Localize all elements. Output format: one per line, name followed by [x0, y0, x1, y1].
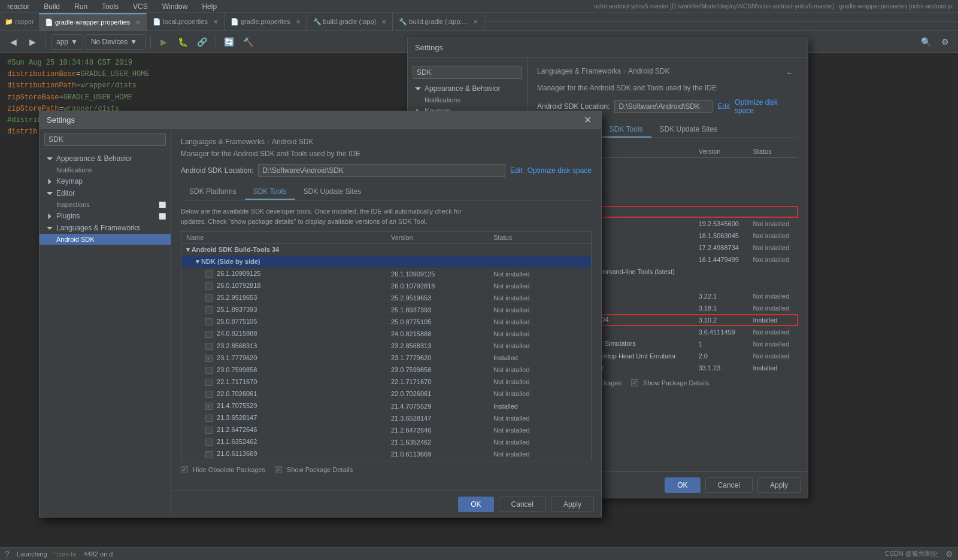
project-tab[interactable]: 📁 rapper [0, 18, 39, 26]
debug-btn[interactable]: 🐛 [175, 34, 192, 50]
table-row[interactable]: ▾ Android SDK Build-Tools 34 [181, 244, 591, 256]
settings-back-edit-link[interactable]: Edit [717, 102, 730, 111]
sidebar-front-plugins[interactable]: Plugins ⬜ [40, 210, 171, 222]
front-hide-obsolete-checkbox[interactable] [181, 466, 188, 473]
settings-front-apply-btn[interactable]: Apply [551, 497, 594, 512]
settings-front-ok-btn[interactable]: OK [458, 497, 493, 512]
row-checkbox[interactable] [205, 427, 213, 434]
front-tab-tools[interactable]: SDK Tools [245, 184, 295, 200]
menu-reactor[interactable]: reactor [5, 1, 32, 12]
back-tab-tools[interactable]: SDK Tools [601, 122, 651, 138]
menu-vcs[interactable]: VCS [131, 1, 150, 12]
settings-btn[interactable]: ⚙ [936, 34, 953, 50]
row-checkbox[interactable] [205, 331, 213, 338]
row-checkbox[interactable] [205, 318, 213, 325]
show-package-check[interactable]: Show Package Details [631, 379, 709, 386]
row-checkbox[interactable] [205, 343, 213, 350]
tab-build-gradle-master[interactable]: 🔧 build.gradle (:app:... ✕ [393, 13, 484, 31]
row-checkbox[interactable] [205, 439, 213, 446]
menu-tools[interactable]: Tools [99, 1, 121, 12]
table-row[interactable]: 23.2.856831323.2.8568313Not installed [181, 340, 591, 352]
tab-gradle-wrapper[interactable]: 📄 gradle-wrapper.properties ✕ [39, 13, 147, 31]
sidebar-front-appearance[interactable]: Appearance & Behavior [40, 153, 171, 165]
row-checkbox[interactable] [205, 367, 213, 374]
device-config-dropdown[interactable]: No Devices ▼ [86, 34, 145, 50]
row-checkbox[interactable] [205, 379, 213, 386]
table-row[interactable]: 24.0.821588824.0.8215888Not installed [181, 328, 591, 340]
front-tab-platforms[interactable]: SDK Platforms [181, 184, 245, 200]
tab-close-icon[interactable]: ✕ [473, 19, 478, 25]
search-btn[interactable]: 🔍 [917, 34, 934, 50]
table-row[interactable]: 26.1.1090912526.1.10909125Not installed [181, 268, 591, 280]
settings-front-edit-link[interactable]: Edit [510, 166, 523, 175]
settings-front-optimize-link[interactable]: Optimize disk space [527, 166, 592, 175]
row-checkbox[interactable] [205, 403, 213, 410]
table-row[interactable]: 21.3.652814721.3.6528147Not installed [181, 412, 591, 424]
table-row[interactable]: 26.0.1079281826.0.10792818Not installed [181, 280, 591, 292]
status-question-icon[interactable]: ? [5, 549, 10, 559]
settings-front-cancel-btn[interactable]: Cancel [499, 497, 546, 512]
table-row[interactable]: 21.1.635246221.1.6352462Not installed [181, 436, 591, 448]
tab-local-props[interactable]: 📄 local.properties ✕ [147, 13, 225, 31]
menu-window[interactable]: Window [160, 1, 190, 12]
table-row[interactable]: 21.4.707552921.4.7075529Installed [181, 400, 591, 412]
settings-back-optimize-link[interactable]: Optimize disk space [735, 98, 798, 115]
settings-back-apply-btn[interactable]: Apply [757, 477, 801, 493]
settings-back-search-input[interactable] [413, 66, 522, 79]
settings-gear-icon[interactable]: ⚙ [945, 549, 953, 559]
toolbar-back-btn[interactable]: ◀ [5, 34, 22, 50]
front-show-package-checkbox[interactable] [275, 466, 282, 473]
tab-close-icon[interactable]: ✕ [213, 19, 218, 25]
settings-front-sdk-location-input[interactable] [258, 164, 505, 177]
front-hide-obsolete-check[interactable]: Hide Obsolete Packages [181, 466, 265, 473]
menu-build[interactable]: Build [41, 1, 62, 12]
row-checkbox[interactable] [205, 451, 213, 458]
row-checkbox[interactable] [205, 355, 213, 362]
back-tab-sites[interactable]: SDK Update Sites [651, 122, 726, 138]
front-show-package-check[interactable]: Show Package Details [275, 466, 353, 473]
tab-build-gradle-app[interactable]: 🔧 build.gradle (:app) ✕ [307, 13, 393, 31]
menu-help[interactable]: Help [199, 1, 219, 12]
menu-run[interactable]: Run [72, 1, 90, 12]
tab-gradle-props[interactable]: 📄 gradle.properties ✕ [225, 13, 307, 31]
table-row[interactable]: 22.1.717167022.1.7171670Not installed [181, 376, 591, 388]
table-row[interactable]: 21.2.647264621.2.6472646Not installed [181, 424, 591, 436]
table-row[interactable]: 23.0.759985823.0.7599858Not installed [181, 364, 591, 376]
toolbar-forward-btn[interactable]: ▶ [24, 34, 41, 50]
row-checkbox[interactable] [205, 415, 213, 422]
sidebar-front-notifications[interactable]: Notifications [40, 165, 171, 175]
run-btn[interactable]: ▶ [156, 34, 172, 50]
table-row[interactable]: 25.0.877510525.0.8775105Not installed [181, 316, 591, 328]
settings-back-sdk-location-input[interactable] [614, 100, 713, 113]
table-row[interactable]: 22.0.702606122.0.7026061Not installed [181, 388, 591, 400]
tab-close-icon[interactable]: ✕ [296, 19, 301, 25]
row-checkbox[interactable] [205, 270, 213, 278]
sidebar-front-android-sdk[interactable]: Android SDK [40, 234, 171, 245]
table-row[interactable]: 25.1.893739325.1.8937393Not installed [181, 304, 591, 316]
sync-btn[interactable]: 🔄 [221, 34, 238, 50]
tab-close-icon[interactable]: ✕ [381, 19, 386, 25]
sidebar-back-notifications[interactable]: Notifications [408, 95, 527, 105]
row-checkbox[interactable] [205, 282, 213, 290]
run-config-dropdown[interactable]: app ▼ [51, 34, 83, 50]
row-checkbox[interactable] [205, 391, 213, 398]
nav-back-btn[interactable]: ← [781, 65, 798, 81]
table-row[interactable]: 25.2.951965325.2.9519653Not installed [181, 292, 591, 304]
tab-close-icon[interactable]: ✕ [135, 19, 140, 26]
sidebar-front-inspections[interactable]: Inspections ⬜ [40, 199, 171, 210]
table-row[interactable]: ▾ NDK (Side by side) [181, 256, 591, 268]
table-row[interactable]: 21.0.611366921.0.6113669Not installed [181, 448, 591, 460]
sidebar-front-languages[interactable]: Languages & Frameworks [40, 222, 171, 234]
sidebar-front-editor[interactable]: Editor [40, 187, 171, 199]
build-btn[interactable]: 🔨 [240, 34, 257, 50]
sidebar-front-keymap[interactable]: Keymap [40, 175, 171, 187]
settings-back-cancel-btn[interactable]: Cancel [705, 477, 753, 493]
settings-back-ok-btn[interactable]: OK [665, 477, 700, 493]
row-checkbox[interactable] [205, 294, 213, 302]
front-tab-sites[interactable]: SDK Update Sites [295, 184, 370, 200]
row-checkbox[interactable] [205, 306, 213, 314]
settings-front-search-input[interactable] [44, 133, 166, 146]
show-package-checkbox[interactable] [631, 379, 638, 386]
settings-front-close-btn[interactable]: ✕ [581, 114, 594, 126]
table-row[interactable]: 23.1.777962023.1.7779620Installed [181, 352, 591, 364]
